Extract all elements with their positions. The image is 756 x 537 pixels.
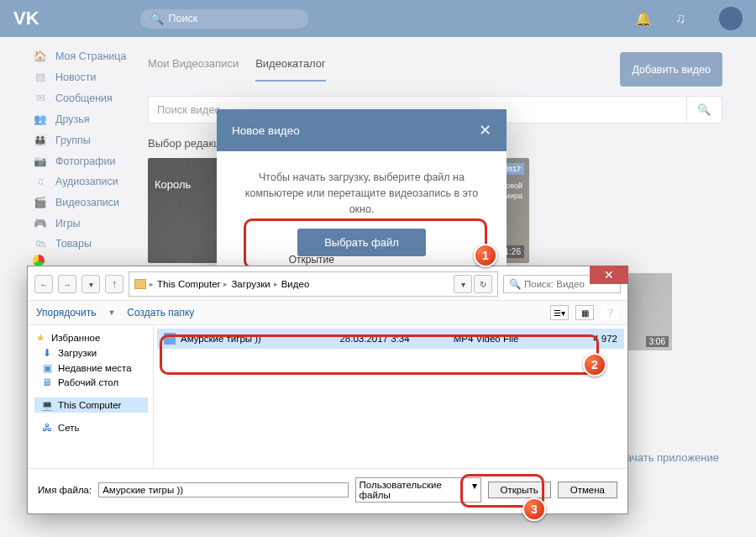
friends-icon: 👥 — [34, 113, 47, 125]
photo-icon: 📷 — [34, 155, 47, 167]
sidebar-item-market[interactable]: 🛍Товары — [34, 234, 143, 254]
this-pc[interactable]: 💻This Computer — [34, 397, 148, 413]
modal-text: Чтобы начать загрузку, выберите файл на … — [239, 170, 485, 217]
organize-menu[interactable]: Упорядочить — [36, 307, 96, 319]
games-icon: 🎮 — [34, 217, 47, 229]
thumb-label: Король — [155, 178, 191, 191]
news-icon: ▤ — [34, 71, 47, 83]
dialog-toolbar: Упорядочить▼ Создать папку ☰▾ ▦ ❔ — [28, 301, 627, 325]
add-video-button[interactable]: Добавить видео — [620, 52, 722, 87]
modal-title: Новое видео — [232, 124, 300, 137]
choose-file-button[interactable]: Выбрать файл — [297, 229, 426, 256]
sidebar-item-friends[interactable]: 👥Друзья — [34, 108, 143, 129]
open-button[interactable]: Открыть — [488, 482, 551, 498]
chevron-right-icon: ▸ — [150, 280, 154, 288]
sidebar-item-audio[interactable]: ♫Аудиозаписи — [34, 171, 143, 192]
search-bar[interactable]: 🔍 Поиск — [140, 9, 308, 29]
fav-recent[interactable]: ▣Недавние места — [34, 361, 148, 376]
sidebar-item-profile[interactable]: 🏠Моя Страница — [34, 45, 143, 66]
refresh-icon[interactable]: ↻ — [474, 275, 492, 293]
modal-body: Чтобы начать загрузку, выберите файл на … — [217, 151, 507, 278]
file-open-dialog: Открытие ✕ ← → ▾ ↑ ▸ This Computer▸ Загр… — [27, 266, 628, 514]
preview-pane-button[interactable]: ▦ — [575, 305, 594, 320]
view-mode-button[interactable]: ☰▾ — [550, 305, 569, 320]
file-type: MP4 Video File — [454, 334, 567, 344]
audio-icon: ♫ — [34, 176, 47, 187]
header-icons: 🔔 ♫ — [635, 7, 743, 30]
search-placeholder: Поиск — [169, 13, 198, 24]
vk-header: VK 🔍 Поиск 🔔 ♫ — [0, 0, 756, 37]
tabs: Мои Видеозаписи Видеокаталог Добавить ви… — [148, 47, 722, 82]
tab-my-videos[interactable]: Мои Видеозаписи — [148, 47, 239, 82]
fav-downloads[interactable]: ⬇Загрузки — [34, 345, 148, 361]
market-icon: 🛍 — [34, 238, 47, 250]
upload-modal: Новое видео ✕ Чтобы начать загрузку, выб… — [217, 109, 507, 278]
sidebar-item-messages[interactable]: ✉Сообщения — [34, 87, 143, 108]
star-icon: ★ — [34, 332, 46, 344]
groups-icon: 👪 — [34, 134, 47, 146]
video-search-button[interactable]: 🔍 — [687, 96, 722, 124]
music-icon[interactable]: ♫ — [675, 11, 685, 26]
home-icon: 🏠 — [34, 50, 47, 62]
vk-logo[interactable]: VK — [13, 8, 39, 29]
window-close-button[interactable]: ✕ — [590, 266, 628, 284]
recent-button[interactable]: ▾ — [81, 275, 100, 293]
file-size: 4 972 — [567, 334, 617, 344]
annotation-callout-3: 3 — [522, 498, 546, 521]
filename-label: Имя файла: — [38, 485, 92, 495]
chevron-right-icon: ▸ — [223, 280, 228, 288]
chrome-icon — [33, 255, 45, 266]
folder-icon — [134, 279, 146, 289]
forward-button[interactable]: → — [58, 275, 76, 293]
network-icon: 🖧 — [41, 423, 53, 433]
video-file-icon — [164, 333, 176, 345]
file-type-select[interactable]: Пользовательские файлы▾ — [355, 477, 481, 503]
new-folder-button[interactable]: Создать папку — [127, 307, 194, 319]
video-icon: 🎬 — [34, 196, 47, 208]
dialog-title: Открытие — [289, 254, 334, 266]
fav-desktop[interactable]: 🖥Рабочий стол — [34, 376, 148, 389]
help-icon[interactable]: ❔ — [601, 305, 619, 320]
sidebar-item-groups[interactable]: 👪Группы — [34, 129, 143, 150]
favorites-header[interactable]: ★Избранное — [34, 330, 148, 345]
desktop-icon: 🖥 — [41, 377, 53, 387]
mail-icon: ✉ — [34, 92, 47, 104]
sidebar-item-video[interactable]: 🎬Видеозаписи — [34, 192, 143, 213]
file-date: 28.03.2017 3:34 — [339, 334, 453, 344]
dialog-navbar: ← → ▾ ↑ ▸ This Computer▸ Загрузки▸ Видео… — [28, 266, 627, 301]
file-row[interactable]: Амурские тигры )) 28.03.2017 3:34 MP4 Vi… — [157, 329, 624, 349]
breadcrumb[interactable]: ▸ This Computer▸ Загрузки▸ Видео ▾↻ — [129, 271, 498, 297]
chevron-down-icon: ▼ — [108, 308, 115, 317]
duration-badge: 3:06 — [646, 336, 669, 347]
favorites-panel: ★Избранное ⬇Загрузки ▣Недавние места 🖥Ра… — [28, 325, 154, 468]
cancel-button[interactable]: Отмена — [558, 482, 617, 498]
sidebar-item-news[interactable]: ▤Новости — [34, 66, 143, 87]
chevron-right-icon: ▸ — [274, 280, 278, 288]
network[interactable]: 🖧Сеть — [34, 421, 148, 434]
up-button[interactable]: ↑ — [105, 275, 123, 293]
chevron-down-icon[interactable]: ▾ — [454, 275, 472, 293]
sidebar-item-games[interactable]: 🎮Игры — [34, 213, 143, 234]
bell-icon[interactable]: 🔔 — [635, 11, 652, 27]
annotation-callout-1: 1 — [474, 244, 497, 267]
search-icon: 🔍 — [150, 13, 164, 25]
file-name: Амурские тигры )) — [181, 334, 339, 344]
computer-icon: 💻 — [41, 399, 53, 411]
search-icon: 🔍 — [509, 278, 521, 290]
annotation-callout-2: 2 — [583, 353, 606, 376]
recent-icon: ▣ — [41, 362, 53, 374]
tab-catalog[interactable]: Видеокаталог — [255, 47, 326, 82]
filename-input[interactable] — [98, 482, 348, 498]
close-icon[interactable]: ✕ — [479, 121, 491, 140]
file-list: Амурские тигры )) 28.03.2017 3:34 MP4 Vi… — [154, 325, 627, 468]
back-button[interactable]: ← — [34, 275, 53, 293]
modal-header: Новое видео ✕ — [217, 109, 507, 151]
download-icon: ⬇ — [41, 347, 53, 359]
sidebar-item-photos[interactable]: 📷Фотографии — [34, 150, 143, 171]
avatar[interactable] — [719, 7, 743, 30]
chevron-down-icon: ▾ — [472, 480, 477, 500]
